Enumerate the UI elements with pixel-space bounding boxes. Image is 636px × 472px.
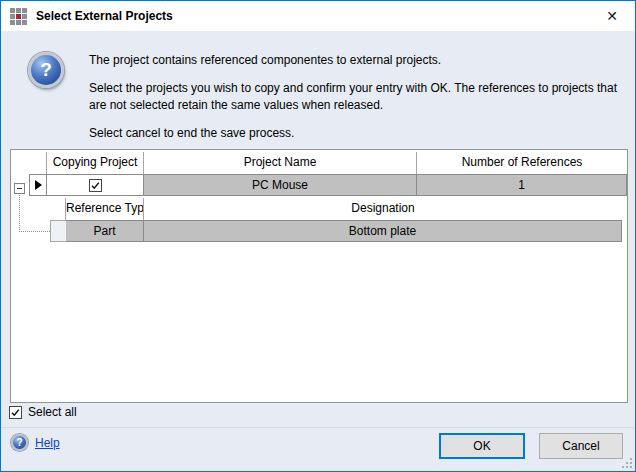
check-icon [90,180,101,191]
message-line-1: The project contains referenced componen… [89,52,625,69]
select-all-option[interactable]: Select all [9,405,77,419]
column-header-project-name[interactable]: Project Name [144,152,417,174]
question-mark-icon: ? [28,52,64,88]
cancel-button[interactable]: Cancel [539,433,623,459]
selector-column-header [29,152,47,174]
resize-grip[interactable] [622,458,632,468]
check-icon [10,407,21,418]
number-of-references-cell[interactable]: 1 [417,174,627,196]
row-selector-cell[interactable] [29,174,47,196]
project-row[interactable]: PC Mouse 1 [29,174,627,196]
select-all-label: Select all [28,405,77,419]
sub-header-row: Reference Type Designation [50,198,624,220]
tree-connector-horizontal [19,231,50,233]
ok-button[interactable]: OK [439,433,525,459]
app-grid-icon [10,8,27,25]
main-grid: Copying Project Project Name Number of R… [29,152,627,196]
select-all-checkbox[interactable] [9,406,22,419]
column-header-designation[interactable]: Designation [144,198,622,220]
reference-row[interactable]: Part Bottom plate [50,220,624,242]
sub-row-selector-cell[interactable] [50,220,66,242]
footer-separator [1,427,635,428]
close-icon[interactable]: ✕ [589,1,635,31]
column-header-number-of-references[interactable]: Number of References [417,152,627,174]
main-header-row: Copying Project Project Name Number of R… [29,152,627,174]
reference-type-cell[interactable]: Part [66,220,144,242]
window-title: Select External Projects [36,9,173,23]
current-row-arrow-icon [35,180,42,190]
help-area[interactable]: ? Help [11,434,60,451]
title-bar[interactable]: Select External Projects ✕ [1,1,635,31]
copying-project-checkbox[interactable] [89,179,102,192]
references-sub-grid: Reference Type Designation Part Bottom p… [50,198,624,242]
tree-connector-vertical [19,195,21,232]
message-line-2: Select the projects you wish to copy and… [89,80,625,114]
projects-table: Copying Project Project Name Number of R… [10,149,628,403]
collapse-expander-icon[interactable] [14,183,25,194]
dialog-message: The project contains referenced componen… [89,52,625,153]
project-name-cell[interactable]: PC Mouse [144,174,417,196]
column-header-reference-type[interactable]: Reference Type [66,198,144,220]
column-header-copying-project[interactable]: Copying Project [47,152,144,174]
sub-selector-column-header [50,198,66,220]
help-question-icon: ? [11,434,28,451]
designation-cell[interactable]: Bottom plate [144,220,622,242]
copying-project-cell[interactable] [47,174,144,196]
help-link[interactable]: Help [35,436,60,450]
message-line-3: Select cancel to end the save process. [89,125,625,142]
select-external-projects-dialog: Select External Projects ✕ ? The project… [0,0,636,472]
